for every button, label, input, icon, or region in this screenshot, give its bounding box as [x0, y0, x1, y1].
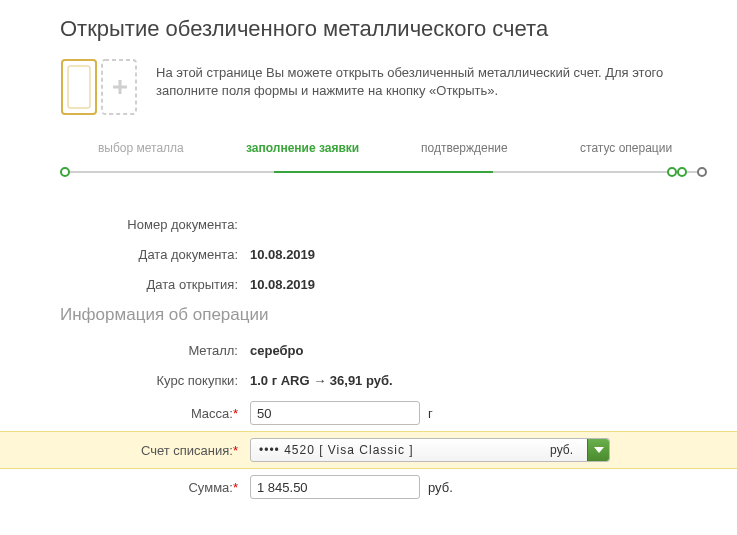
step-dot-2b: [677, 167, 687, 177]
step-dot-4: [697, 167, 707, 177]
label-open-date: Дата открытия:: [60, 277, 250, 292]
row-amount: Сумма:* руб.: [60, 469, 707, 505]
required-mark: *: [233, 406, 238, 421]
step-2: заполнение заявки: [222, 141, 384, 155]
row-rate: Курс покупки: 1.0 г ARG → 36,91 руб.: [60, 365, 707, 395]
step-3: подтверждение: [384, 141, 546, 155]
label-amount: Сумма:: [188, 480, 232, 495]
value-doc-date: 10.08.2019: [250, 247, 315, 262]
info-block: На этой странице Вы можете открыть обезл…: [60, 58, 707, 119]
label-metal: Металл:: [60, 343, 250, 358]
label-doc-number: Номер документа:: [60, 217, 250, 232]
required-mark: *: [233, 480, 238, 495]
chevron-down-icon: [587, 439, 609, 461]
debit-account-select[interactable]: •••• 4520 [ Visa Classic ] руб.: [250, 438, 610, 462]
progress-stepper: выбор металла заполнение заявки подтверж…: [60, 141, 707, 181]
row-open-date: Дата открытия: 10.08.2019: [60, 269, 707, 299]
label-doc-date: Дата документа:: [60, 247, 250, 262]
section-title: Информация об операции: [60, 305, 707, 325]
value-open-date: 10.08.2019: [250, 277, 315, 292]
svg-rect-0: [62, 60, 96, 114]
row-doc-date: Дата документа: 10.08.2019: [60, 239, 707, 269]
value-rate: 1.0 г ARG → 36,91 руб.: [250, 373, 393, 388]
step-4: статус операции: [545, 141, 707, 155]
page-title: Открытие обезличенного металлического сч…: [60, 16, 707, 42]
step-dot-1: [60, 167, 70, 177]
row-doc-number: Номер документа:: [60, 209, 707, 239]
step-1: выбор металла: [60, 141, 222, 155]
amount-input[interactable]: [250, 475, 420, 499]
label-mass: Масса:: [191, 406, 233, 421]
row-metal: Металл: серебро: [60, 335, 707, 365]
value-metal: серебро: [250, 343, 303, 358]
debit-account-selected: •••• 4520 [ Visa Classic ]: [259, 443, 414, 457]
amount-unit: руб.: [428, 480, 453, 495]
new-account-icon: [60, 58, 138, 119]
row-debit-account: Счет списания:* •••• 4520 [ Visa Classic…: [0, 431, 737, 469]
mass-input[interactable]: [250, 401, 420, 425]
debit-account-ccy: руб.: [550, 443, 573, 457]
required-mark: *: [233, 443, 238, 458]
mass-unit: г: [428, 406, 433, 421]
label-rate: Курс покупки:: [60, 373, 250, 388]
row-mass: Масса:* г: [60, 395, 707, 431]
info-text: На этой странице Вы можете открыть обезл…: [156, 58, 707, 100]
label-debit-account: Счет списания:: [141, 443, 233, 458]
step-dot-2a: [667, 167, 677, 177]
